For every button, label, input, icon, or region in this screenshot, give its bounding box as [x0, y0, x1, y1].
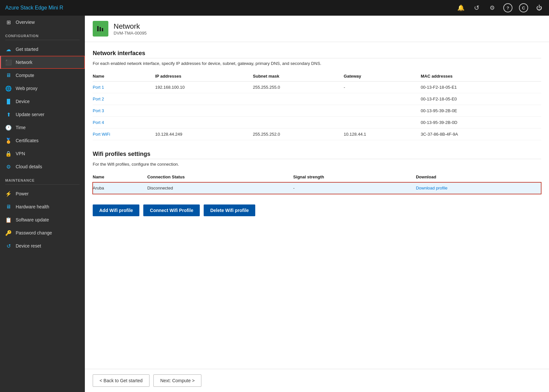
web-proxy-icon: 🌐 [5, 85, 12, 92]
port-name-cell[interactable]: Port 4 [93, 117, 155, 128]
next-button[interactable]: Next: Compute > [153, 374, 201, 387]
vpn-icon: 🔒 [5, 150, 12, 157]
table-row: Port 1 192.168.100.10 255.255.255.0 - 00… [93, 82, 541, 93]
sidebar-item-vpn[interactable]: 🔒 VPN [0, 147, 85, 160]
port-name-cell[interactable]: Port 2 [93, 93, 155, 105]
bell-icon[interactable]: 🔔 [456, 3, 465, 12]
port-name-cell[interactable]: Port WiFi [93, 128, 155, 140]
sidebar-item-hardware-health[interactable]: 🖥 Hardware health [0, 200, 85, 213]
sidebar-item-label: Web proxy [16, 86, 38, 91]
update-server-icon: ⬆ [5, 111, 12, 118]
network-interfaces-section: Network interfaces For each enabled netw… [93, 50, 541, 140]
wifi-col-download: Download [416, 172, 541, 182]
page-subtitle: DVM-TMA-00095 [114, 31, 147, 36]
sidebar-item-software-update[interactable]: 📋 Software update [0, 213, 85, 226]
connect-wifi-button[interactable]: Connect Wifi Profile [143, 204, 200, 216]
sidebar-item-cloud-details[interactable]: ⚙ Cloud details [0, 160, 85, 173]
wifi-button-row: Add Wifi profile Connect Wifi Profile De… [93, 204, 541, 216]
compute-icon: 🖥 [5, 72, 12, 79]
network-interfaces-desc: For each enabled network interface, spec… [93, 61, 541, 66]
sidebar-item-overview[interactable]: ⊞ Overview [0, 16, 85, 29]
sidebar-item-device[interactable]: ▐▌ Device [0, 95, 85, 108]
footer-nav: < Back to Get started Next: Compute > [85, 369, 549, 392]
sidebar-item-label: Compute [16, 73, 34, 78]
sidebar-item-compute[interactable]: 🖥 Compute [0, 69, 85, 82]
col-ip: IP addresses [155, 71, 253, 82]
mac-cell: 3C-37-86-8B-4F-9A [421, 128, 541, 140]
col-subnet: Subnet mask [253, 71, 344, 82]
device-reset-icon: ↺ [5, 243, 12, 249]
sidebar-item-web-proxy[interactable]: 🌐 Web proxy [0, 82, 85, 95]
content-area: Network DVM-TMA-00095 Network interfaces… [85, 16, 549, 392]
page-title: Network [114, 22, 147, 31]
sidebar-item-device-reset[interactable]: ↺ Device reset [0, 239, 85, 252]
software-update-icon: 📋 [5, 217, 12, 223]
time-icon: 🕐 [5, 124, 12, 131]
sidebar-item-label: Overview [16, 20, 35, 25]
port-name-cell[interactable]: Port 3 [93, 105, 155, 117]
overview-icon: ⊞ [5, 19, 12, 25]
wifi-col-signal: Signal strength [293, 172, 416, 182]
table-row: Port 2 00-13-F2-18-05-E0 [93, 93, 541, 105]
subnet-cell: 255.255.252.0 [253, 128, 344, 140]
sidebar-item-update-server[interactable]: ⬆ Update server [0, 108, 85, 121]
wifi-name-cell: Aruba [93, 182, 147, 194]
wifi-col-status: Connection Status [147, 172, 293, 182]
subnet-cell [253, 117, 344, 128]
config-divider [5, 40, 80, 40]
password-change-icon: 🔑 [5, 230, 12, 236]
col-mac: MAC addresses [421, 71, 541, 82]
sidebar-item-certificates[interactable]: 🏅 Certificates [0, 134, 85, 147]
settings-icon[interactable]: ⚙ [488, 3, 497, 12]
sidebar-item-label: Password change [16, 230, 52, 235]
sidebar-item-time[interactable]: 🕐 Time [0, 121, 85, 134]
sidebar-item-label: Cloud details [16, 164, 42, 169]
maintenance-divider [5, 184, 80, 185]
network-interfaces-table: Name IP addresses Subnet mask Gateway MA… [93, 71, 541, 140]
refresh-icon[interactable]: ↺ [472, 3, 481, 12]
sidebar-item-label: Hardware health [16, 204, 49, 209]
sidebar-item-label: Certificates [16, 138, 39, 143]
sidebar-item-label: Device [16, 99, 30, 104]
wifi-profiles-table: Name Connection Status Signal strength D… [93, 172, 541, 194]
page-header-icon [93, 21, 108, 37]
certificates-icon: 🏅 [5, 137, 12, 144]
wifi-signal-cell: - [293, 182, 416, 194]
copyright-icon[interactable]: C [519, 3, 528, 12]
power-icon[interactable]: ⏻ [535, 3, 544, 12]
content-body: Network interfaces For each enabled netw… [85, 42, 549, 369]
configuration-section-label: CONFIGURATION [0, 29, 85, 40]
wifi-download-cell[interactable]: Download profile [416, 182, 541, 194]
network-interfaces-divider [93, 58, 541, 58]
gateway-cell [344, 93, 421, 105]
wifi-profiles-title: Wifi profiles settings [93, 151, 541, 158]
delete-wifi-button[interactable]: Delete Wifi profile [204, 204, 255, 216]
ip-cell [155, 93, 253, 105]
wifi-profiles-section: Wifi profiles settings For the Wifi prof… [93, 151, 541, 216]
sidebar-item-password-change[interactable]: 🔑 Password change [0, 226, 85, 239]
sidebar-item-label: Power [16, 191, 29, 196]
sidebar: ⊞ Overview CONFIGURATION ☁ Get started ⬛… [0, 16, 85, 392]
wifi-table-row[interactable]: Aruba Disconnected - Download profile [93, 182, 541, 194]
mac-cell: 00-13-F2-18-05-E0 [421, 93, 541, 105]
network-icon: ⬛ [5, 59, 12, 66]
network-page-icon [95, 23, 106, 34]
sidebar-item-power[interactable]: ⚡ Power [0, 187, 85, 200]
network-interfaces-title: Network interfaces [93, 50, 541, 57]
sidebar-item-get-started[interactable]: ☁ Get started [0, 43, 85, 56]
port-name-cell[interactable]: Port 1 [93, 82, 155, 93]
sidebar-item-label: Get started [16, 47, 38, 52]
add-wifi-button[interactable]: Add Wifi profile [93, 204, 139, 216]
wifi-profiles-divider [93, 159, 541, 159]
wifi-col-name: Name [93, 172, 147, 182]
sidebar-item-label: Time [16, 125, 26, 130]
ip-cell [155, 105, 253, 117]
back-button[interactable]: < Back to Get started [93, 374, 149, 387]
help-icon[interactable]: ? [503, 3, 512, 12]
ip-cell: 10.128.44.249 [155, 128, 253, 140]
gateway-cell: - [344, 82, 421, 93]
hardware-health-icon: 🖥 [5, 204, 12, 210]
table-row: Port 4 00-13-95-39-2B-0D [93, 117, 541, 128]
get-started-icon: ☁ [5, 46, 12, 53]
sidebar-item-network[interactable]: ⬛ Network [0, 56, 85, 69]
